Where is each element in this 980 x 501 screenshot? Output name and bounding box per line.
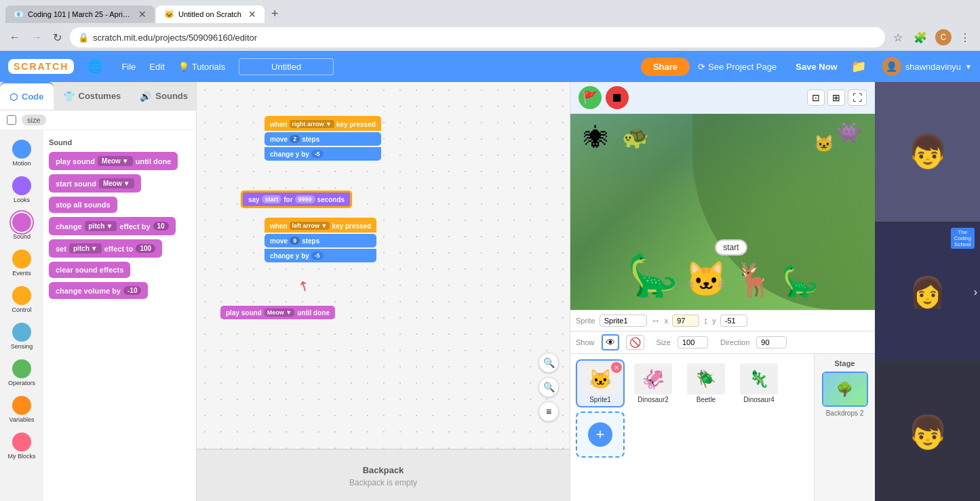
set-pitch-dropdown[interactable]: pitch ▼ — [69, 243, 102, 254]
size-checkbox[interactable] — [7, 115, 16, 125]
pitch-num[interactable]: 10 — [153, 222, 169, 231]
sprite-delete-sprite1[interactable]: ✕ — [611, 362, 622, 373]
tab-sounds[interactable]: 🔊 Sounds — [130, 82, 197, 110]
change-y-block-1[interactable]: change y by -5 — [264, 147, 381, 161]
event-block-left-arrow[interactable]: when left arrow ▼ key pressed — [264, 218, 376, 233]
save-now-button[interactable]: Save Now — [796, 62, 837, 72]
category-looks[interactable]: Looks — [2, 172, 41, 207]
green-flag-button[interactable]: 🚩 — [579, 86, 602, 109]
category-sensing[interactable]: Sensing — [2, 319, 41, 354]
left-arrow-dropdown[interactable]: left arrow ▼ — [290, 222, 330, 230]
direction-label: Direction — [720, 338, 749, 346]
language-button[interactable]: 🌐 — [82, 56, 108, 77]
sprite-card-beetle[interactable]: 🪲 Beetle — [682, 359, 730, 407]
event-block-right-arrow[interactable]: when right arrow ▼ key pressed — [264, 116, 381, 131]
forward-button[interactable]: → — [28, 28, 45, 46]
meow-dropdown-2[interactable]: Meow ▼ — [99, 178, 134, 188]
costumes-tab-label: Costumes — [79, 91, 121, 101]
add-sprite-button[interactable]: + — [576, 412, 625, 458]
menu-icon[interactable]: ⋮ — [957, 28, 973, 47]
user-menu[interactable]: 👤 shawndavinyu ▼ — [882, 57, 972, 76]
category-myblocks[interactable]: My Blocks — [2, 428, 41, 464]
tab-close-icon[interactable]: ✕ — [138, 9, 146, 19]
say-text-oval[interactable]: start — [262, 195, 282, 203]
share-button[interactable]: Share — [641, 58, 690, 76]
change-y-num-2[interactable]: -5 — [311, 252, 324, 260]
sprite-name-input[interactable] — [600, 315, 647, 327]
new-tab-button[interactable]: + — [266, 4, 284, 24]
volume-num[interactable]: -10 — [123, 286, 141, 295]
block-set-pitch[interactable]: set pitch ▼ effect to 100 — [49, 239, 162, 258]
stage-backdrop-thumbnail[interactable]: 🌳 — [822, 372, 868, 407]
move-steps-num-2[interactable]: 9 — [290, 237, 300, 245]
size-input[interactable] — [678, 336, 708, 348]
fit-screen-button[interactable]: ≡ — [538, 401, 559, 422]
participant2-chevron[interactable]: › — [974, 286, 977, 298]
back-button[interactable]: ← — [7, 28, 23, 46]
file-menu-button[interactable]: File — [116, 59, 141, 75]
size-tag[interactable]: size — [22, 115, 46, 125]
tutorials-button[interactable]: 💡 Tutorials — [173, 59, 231, 75]
url-text[interactable]: scratch.mit.edu/projects/509096160/edito… — [93, 33, 877, 43]
block-change-pitch[interactable]: change pitch ▼ effect by 10 — [49, 217, 176, 235]
show-eye-closed-button[interactable]: 🚫 — [626, 335, 644, 350]
reload-button[interactable]: ↻ — [50, 28, 64, 47]
edit-menu-button[interactable]: Edit — [144, 59, 170, 75]
pitch-value-num[interactable]: 100 — [136, 244, 155, 253]
move-steps-num-1[interactable]: 2 — [290, 135, 300, 143]
change-y-block-2[interactable]: change y by -5 — [264, 249, 376, 262]
video-participant-3: 👦 — [875, 363, 980, 501]
small-stage-button[interactable]: ⊡ — [807, 89, 825, 106]
script-area[interactable]: when right arrow ▼ key pressed move 2 st… — [197, 82, 570, 501]
stop-button[interactable]: ⏹ — [606, 86, 629, 109]
profile-avatar[interactable]: C — [935, 29, 952, 45]
category-motion[interactable]: Motion — [2, 136, 41, 171]
scratch-logo[interactable]: SCRATCH — [8, 59, 74, 74]
pitch-dropdown[interactable]: pitch ▼ — [85, 221, 117, 231]
block-clear-effects[interactable]: clear sound effects — [49, 262, 130, 278]
say-block[interactable]: say start for 9999 seconds — [241, 191, 352, 208]
category-variables[interactable]: Variables — [2, 392, 41, 427]
bookmark-star-icon[interactable]: ☆ — [890, 28, 905, 47]
browser-window: 📧 Coding 101 | March 25 - April 2... ✕ 🐱… — [0, 0, 980, 51]
tab-scratch[interactable]: 🐱 Untitled on Scratch ✕ — [156, 5, 264, 23]
tab-close-scratch-icon[interactable]: ✕ — [248, 9, 256, 19]
block-play-sound-until[interactable]: play sound Meow ▼ until done — [49, 152, 178, 170]
sprite-card-dinosaur4[interactable]: 🦎 Dinosaur4 — [734, 359, 783, 407]
extensions-icon[interactable]: 🧩 — [911, 28, 930, 47]
block-start-sound[interactable]: start sound Meow ▼ — [49, 174, 141, 193]
sprite-indicator: 🐱 — [814, 134, 834, 153]
events-label: Events — [12, 270, 31, 277]
project-title-input[interactable] — [239, 58, 334, 75]
code-tab-icon: ⬡ — [9, 92, 18, 102]
meow-dropdown-standalone[interactable]: Meow ▼ — [264, 308, 294, 317]
category-sound[interactable]: Sound — [2, 209, 41, 244]
standalone-play-sound[interactable]: play sound Meow ▼ until done — [220, 306, 335, 319]
tab-costumes[interactable]: 👕 Costumes — [54, 82, 131, 110]
sprite-card-sprite1[interactable]: ✕ 🐱 Sprite1 — [576, 359, 625, 407]
see-project-page-button[interactable]: ⟳ ⟳ See Project Page See Project Page — [698, 62, 777, 72]
right-arrow-dropdown[interactable]: right arrow ▼ — [290, 120, 334, 128]
block-change-volume[interactable]: change volume by -10 — [49, 282, 148, 299]
block-stop-sounds[interactable]: stop all sounds — [49, 197, 117, 213]
large-stage-button[interactable]: ⊞ — [827, 89, 845, 106]
show-eye-open-button[interactable]: 👁 — [602, 334, 619, 350]
change-y-num-1[interactable]: -5 — [311, 150, 324, 158]
category-operators[interactable]: Operators — [2, 355, 41, 390]
move-block-1[interactable]: move 2 steps — [264, 132, 381, 146]
zoom-out-button[interactable]: 🔍 — [538, 377, 559, 397]
x-input[interactable] — [672, 315, 699, 327]
y-input[interactable] — [720, 315, 747, 327]
zoom-in-button[interactable]: 🔍 — [538, 353, 559, 373]
category-events[interactable]: Events — [2, 245, 41, 281]
folder-button[interactable]: 📁 — [851, 59, 866, 74]
sprite-card-dinosaur2[interactable]: 🦑 Dinosaur2 — [629, 359, 678, 407]
fullscreen-button[interactable]: ⛶ — [848, 89, 867, 106]
say-seconds-oval[interactable]: 9999 — [295, 195, 315, 203]
category-control[interactable]: Control — [2, 282, 41, 317]
meow-dropdown-1[interactable]: Meow ▼ — [98, 156, 133, 166]
tab-gmail[interactable]: 📧 Coding 101 | March 25 - April 2... ✕ — [5, 5, 155, 23]
move-block-2[interactable]: move 9 steps — [264, 234, 376, 247]
tab-code[interactable]: ⬡ Code — [0, 82, 54, 110]
direction-input[interactable] — [756, 336, 787, 348]
